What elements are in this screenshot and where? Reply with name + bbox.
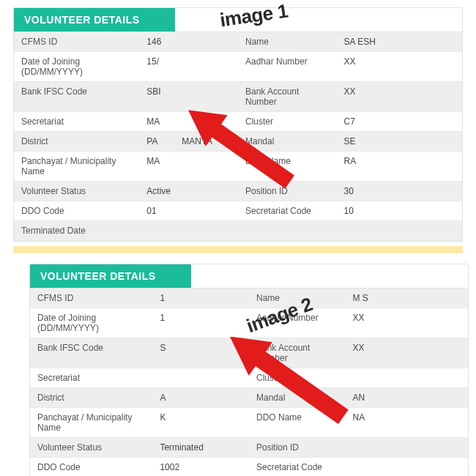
- arrow-annotation-1: [172, 110, 304, 198]
- value-bankacct: XX: [346, 338, 468, 368]
- card-header: VOLUNTEER DETAILS: [14, 8, 175, 31]
- label-doj: Date of Joining (DD/MM/YYYY): [14, 52, 139, 82]
- label-ifsc: Bank IFSC Code: [30, 338, 152, 368]
- svg-marker-1: [217, 337, 355, 432]
- arrow-annotation-2: [212, 337, 359, 432]
- label-seccode: Secretariat Code: [249, 458, 346, 477]
- value-aadhar: XX: [346, 308, 468, 338]
- label-ddocode: DDO Code: [30, 458, 152, 477]
- label-bankacct: Bank Account Number: [238, 82, 337, 112]
- value-cfms: 146: [139, 32, 238, 52]
- label-panchayat: Panchayat / Municipality Name: [30, 408, 152, 438]
- value-cluster: C7: [337, 112, 462, 132]
- value-cfms: 1: [152, 289, 249, 308]
- label-ifsc: Bank IFSC Code: [14, 82, 139, 112]
- value-ddoname: RA: [337, 152, 462, 182]
- label-ddocode: DDO Code: [14, 201, 139, 221]
- label-volstatus: Volunteer Status: [30, 438, 152, 458]
- value-seccode: 10: [337, 201, 462, 221]
- table-row: Date of Joining (DD/MM/YYYY) 15/ Aadhar …: [14, 52, 462, 82]
- card-footer-strip: [13, 246, 463, 253]
- label-district: District: [30, 388, 152, 408]
- label-termdate: Terminated Date: [14, 221, 139, 241]
- table-row: DDO Code 1002 Secretariat Code: [30, 458, 468, 477]
- table-row: Volunteer Status Terminated Position ID: [30, 438, 468, 458]
- label-aadhar: Aadhar Number: [238, 52, 337, 82]
- table-row: Terminated Date: [14, 221, 462, 241]
- value-seccode: [346, 458, 468, 477]
- card-header: VOLUNTEER DETAILS: [30, 264, 191, 288]
- label-panchayat: Panchayat / Municipality Name: [14, 152, 139, 182]
- value-termdate: [139, 221, 238, 241]
- value-doj: 1: [152, 308, 249, 338]
- label-cfms: CFMS ID: [14, 32, 139, 52]
- value-volstatus: Terminated: [152, 438, 249, 458]
- label-seccode: Secretariat Code: [238, 201, 337, 221]
- label-secretariat: Secretariat: [30, 368, 152, 388]
- table-row: Bank IFSC Code SBI Bank Account Number X…: [14, 82, 462, 112]
- value-ddoname: NA: [346, 408, 468, 438]
- value-cluster: [346, 368, 468, 388]
- value-name: M S: [346, 289, 468, 308]
- table-row: DDO Code 01 Secretariat Code 10: [14, 201, 462, 221]
- value-aadhar: XX: [337, 52, 462, 82]
- card-header-wrap: VOLUNTEER DETAILS: [30, 264, 468, 289]
- label-volstatus: Volunteer Status: [14, 182, 139, 201]
- label-doj: Date of Joining (DD/MM/YYYY): [30, 308, 152, 338]
- value-name: SA ESH: [337, 32, 462, 52]
- value-mandal: SE: [337, 132, 462, 152]
- svg-marker-0: [177, 110, 301, 198]
- table-row: CFMS ID 146 Name SA ESH: [14, 32, 462, 52]
- value-ddocode: 1002: [152, 458, 249, 477]
- table-row: CFMS ID 1 Name M S: [30, 289, 468, 308]
- value-ddocode: 01: [139, 201, 238, 221]
- value-position: [346, 438, 468, 458]
- value-bankacct: XX: [337, 82, 462, 112]
- label-position: Position ID: [249, 438, 346, 458]
- value-ifsc: SBI: [139, 82, 238, 112]
- label-cfms: CFMS ID: [30, 289, 152, 308]
- value-position: 30: [337, 182, 462, 201]
- value-mandal: AN: [346, 388, 468, 408]
- value-doj: 15/: [139, 52, 238, 82]
- label-name: Name: [238, 32, 337, 52]
- label-district: District: [14, 132, 139, 152]
- label-secretariat: Secretariat: [14, 112, 139, 132]
